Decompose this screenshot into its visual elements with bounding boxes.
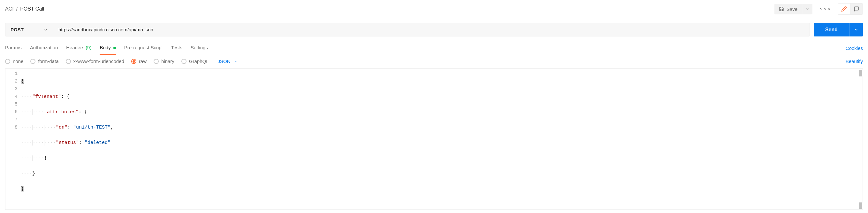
- code-token: {: [67, 94, 70, 100]
- indent-guide: ····: [21, 125, 32, 130]
- code-token: }: [21, 186, 24, 192]
- scrollbar-thumb[interactable]: [859, 70, 862, 76]
- tab-body-modified-dot-icon: [113, 47, 116, 49]
- body-radio-urlencoded-label: x-www-form-urlencoded: [73, 58, 124, 64]
- line-number: 5: [5, 101, 18, 108]
- save-dropdown-button[interactable]: [802, 4, 812, 15]
- body-radio-binary-label: binary: [161, 58, 174, 64]
- top-bar: ACI / POST Call Save ∘∘∘: [0, 0, 868, 18]
- code-token: "deleted": [85, 140, 111, 145]
- body-radio-binary[interactable]: binary: [154, 58, 174, 64]
- code-token: ,: [111, 125, 113, 130]
- indent-guide: ····: [32, 109, 44, 115]
- tab-body[interactable]: Body: [100, 42, 116, 55]
- tab-prerequest[interactable]: Pre-request Script: [124, 42, 163, 55]
- chevron-down-icon: [805, 7, 809, 11]
- send-button[interactable]: Send: [814, 23, 849, 36]
- body-radio-urlencoded[interactable]: x-www-form-urlencoded: [66, 58, 124, 64]
- tab-tests[interactable]: Tests: [171, 42, 182, 55]
- url-input[interactable]: [53, 23, 810, 36]
- indent-guide: ····: [21, 140, 32, 145]
- code-token: }: [44, 155, 47, 161]
- code-token: :: [79, 109, 84, 115]
- breadcrumb: ACI / POST Call: [5, 6, 44, 12]
- breadcrumb-root[interactable]: ACI: [5, 6, 14, 12]
- body-radio-raw[interactable]: raw: [131, 58, 147, 64]
- request-tabs-row: Params Authorization Headers (9) Body Pr…: [0, 42, 868, 55]
- tab-authorization[interactable]: Authorization: [30, 42, 58, 55]
- line-number: 8: [5, 124, 18, 131]
- tab-headers[interactable]: Headers (9): [66, 42, 91, 55]
- ellipsis-icon: ∘∘∘: [819, 6, 831, 12]
- radio-icon: [30, 59, 35, 64]
- indent-guide: ····: [44, 125, 56, 130]
- tab-headers-count: (9): [86, 45, 91, 50]
- body-options-row: none form-data x-www-form-urlencoded raw…: [0, 55, 868, 67]
- radio-icon: [154, 59, 159, 64]
- cookies-link[interactable]: Cookies: [846, 46, 863, 51]
- code-token: "attributes": [44, 109, 79, 115]
- tab-params[interactable]: Params: [5, 42, 22, 55]
- code-content[interactable]: { ····"fvTenant": { ········"attributes"…: [21, 69, 863, 210]
- comment-button[interactable]: [850, 3, 863, 15]
- body-radio-none-label: none: [13, 58, 23, 64]
- indent-guide: ····: [44, 140, 56, 145]
- chevron-down-icon: [854, 27, 859, 32]
- line-number: 2: [5, 78, 18, 85]
- more-options-button[interactable]: ∘∘∘: [817, 4, 833, 14]
- radio-icon: [181, 59, 186, 64]
- body-type-value: JSON: [218, 58, 230, 64]
- tab-settings[interactable]: Settings: [191, 42, 208, 55]
- radio-icon: [66, 59, 71, 64]
- line-number: 4: [5, 93, 18, 101]
- save-icon: [779, 6, 784, 11]
- indent-guide: ····: [21, 171, 32, 176]
- pencil-icon: [841, 6, 847, 12]
- send-dropdown-button[interactable]: [849, 23, 863, 36]
- breadcrumb-separator: /: [16, 6, 18, 12]
- indent-guide: ····: [32, 155, 44, 161]
- body-radio-graphql-label: GraphQL: [189, 58, 209, 64]
- save-button[interactable]: Save: [774, 4, 802, 15]
- http-method-select[interactable]: POST: [5, 23, 53, 36]
- save-button-group: Save: [774, 4, 812, 15]
- code-editor[interactable]: 1 2 3 4 5 6 7 8 { ····"fvTenant": { ····…: [5, 69, 863, 210]
- body-type-select[interactable]: JSON: [218, 58, 238, 64]
- code-token: :: [79, 140, 85, 145]
- request-tabs: Params Authorization Headers (9) Body Pr…: [5, 42, 208, 55]
- code-token: }: [32, 171, 35, 176]
- chevron-down-icon: [43, 27, 48, 32]
- body-radio-graphql[interactable]: GraphQL: [181, 58, 209, 64]
- line-number: 6: [5, 108, 18, 116]
- body-radio-raw-label: raw: [139, 58, 147, 64]
- radio-icon: [131, 59, 136, 64]
- top-actions: Save ∘∘∘: [774, 3, 863, 15]
- radio-icon: [5, 59, 10, 64]
- code-token: {: [84, 109, 87, 115]
- breadcrumb-current: POST Call: [20, 6, 44, 12]
- code-token: "uni/tn-TEST": [73, 125, 111, 130]
- body-options: none form-data x-www-form-urlencoded raw…: [5, 58, 238, 64]
- body-radio-none[interactable]: none: [5, 58, 23, 64]
- edit-button[interactable]: [838, 3, 850, 15]
- right-icon-group: [838, 3, 863, 15]
- code-token: :: [67, 125, 73, 130]
- body-radio-formdata[interactable]: form-data: [30, 58, 58, 64]
- scrollbar-thumb[interactable]: [859, 203, 862, 209]
- send-button-group: Send: [814, 23, 863, 36]
- code-token: {: [21, 79, 24, 84]
- indent-guide: ····: [21, 155, 32, 161]
- indent-guide: ····: [21, 94, 32, 100]
- code-token: "dn": [56, 125, 67, 130]
- tab-body-label: Body: [100, 45, 111, 50]
- method-url-bar: POST: [5, 23, 810, 36]
- body-radio-formdata-label: form-data: [38, 58, 58, 64]
- beautify-link[interactable]: Beautify: [846, 58, 863, 64]
- chevron-down-icon: [234, 59, 238, 63]
- comment-icon: [854, 6, 859, 12]
- save-label: Save: [786, 6, 798, 12]
- http-method-value: POST: [10, 27, 24, 32]
- indent-guide: ····: [32, 140, 44, 145]
- line-number: 7: [5, 116, 18, 124]
- tab-headers-label: Headers: [66, 45, 84, 50]
